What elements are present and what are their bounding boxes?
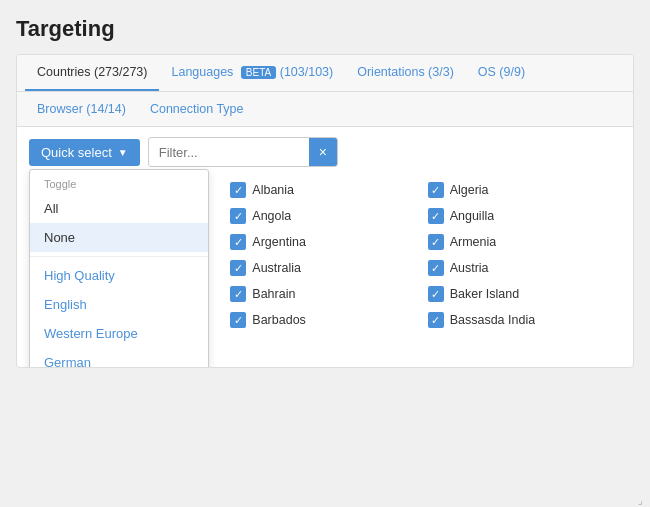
tabs-row-1: Countries (273/273) Languages BETA (103/…: [17, 55, 633, 92]
country-checkbox[interactable]: [230, 260, 246, 276]
filter-input[interactable]: [149, 139, 309, 166]
dropdown-toggle-label: Toggle: [30, 170, 208, 194]
tab-languages[interactable]: Languages BETA (103/103): [159, 55, 345, 91]
dropdown-item-western-europe[interactable]: Western Europe: [30, 319, 208, 348]
toolbar: Quick select ▼ × Toggle All None High Qu…: [17, 127, 633, 177]
country-row: Albania: [226, 177, 423, 203]
page-title: Targeting: [16, 16, 634, 42]
country-row: Baker Island: [424, 281, 621, 307]
tab-connection[interactable]: Connection Type: [138, 92, 256, 126]
tab-orientations-link[interactable]: Orientations (3/3): [357, 65, 454, 79]
country-checkbox[interactable]: [428, 234, 444, 250]
country-name: Bassasda India: [450, 313, 535, 327]
tab-os[interactable]: OS (9/9): [466, 55, 537, 91]
country-row: Angola: [226, 203, 423, 229]
quick-select-arrow-icon: ▼: [118, 147, 128, 158]
country-name: Anguilla: [450, 209, 494, 223]
dropdown-divider: [30, 256, 208, 257]
country-name: Algeria: [450, 183, 489, 197]
quick-select-dropdown: Toggle All None High Quality English Wes…: [29, 169, 209, 368]
country-checkbox[interactable]: [428, 208, 444, 224]
beta-badge: BETA: [241, 66, 276, 79]
targeting-panel: Countries (273/273) Languages BETA (103/…: [16, 54, 634, 368]
country-name: Australia: [252, 261, 301, 275]
country-row: Barbados: [226, 307, 423, 333]
tab-languages-link[interactable]: Languages BETA (103/103): [171, 65, 333, 79]
country-checkbox[interactable]: [230, 234, 246, 250]
country-row: Australia: [226, 255, 423, 281]
page-wrapper: Targeting Countries (273/273) Languages …: [0, 0, 650, 384]
tab-countries[interactable]: Countries (273/273): [25, 55, 159, 91]
country-checkbox[interactable]: [230, 312, 246, 328]
country-name: Baker Island: [450, 287, 519, 301]
country-name: Barbados: [252, 313, 306, 327]
country-row: Bahrain: [226, 281, 423, 307]
tab-connection-link[interactable]: Connection Type: [150, 102, 244, 116]
filter-wrapper: ×: [148, 137, 338, 167]
country-checkbox[interactable]: [230, 182, 246, 198]
country-checkbox[interactable]: [428, 260, 444, 276]
country-checkbox[interactable]: [230, 286, 246, 302]
dropdown-item-all[interactable]: All: [30, 194, 208, 223]
country-name: Bahrain: [252, 287, 295, 301]
country-checkbox[interactable]: [428, 312, 444, 328]
country-row: Austria: [424, 255, 621, 281]
tabs-row-2: Browser (14/14) Connection Type: [17, 92, 633, 127]
country-name: Austria: [450, 261, 489, 275]
country-checkbox[interactable]: [230, 208, 246, 224]
country-row: Armenia: [424, 229, 621, 255]
country-name: Angola: [252, 209, 291, 223]
country-name: Argentina: [252, 235, 306, 249]
dropdown-item-high-quality[interactable]: High Quality: [30, 261, 208, 290]
dropdown-item-english[interactable]: English: [30, 290, 208, 319]
tab-orientations[interactable]: Orientations (3/3): [345, 55, 466, 91]
country-checkbox[interactable]: [428, 286, 444, 302]
quick-select-button[interactable]: Quick select ▼: [29, 139, 140, 166]
country-name: Armenia: [450, 235, 497, 249]
country-row: Argentina: [226, 229, 423, 255]
country-row: Bassasda India: [424, 307, 621, 333]
filter-clear-button[interactable]: ×: [309, 138, 337, 166]
tab-browser-link[interactable]: Browser (14/14): [37, 102, 126, 116]
country-row: Anguilla: [424, 203, 621, 229]
tab-os-link[interactable]: OS (9/9): [478, 65, 525, 79]
dropdown-item-none[interactable]: None: [30, 223, 208, 252]
country-name: Albania: [252, 183, 294, 197]
dropdown-item-german[interactable]: German: [30, 348, 208, 368]
tab-browser[interactable]: Browser (14/14): [25, 92, 138, 126]
country-checkbox[interactable]: [428, 182, 444, 198]
country-row: Algeria: [424, 177, 621, 203]
